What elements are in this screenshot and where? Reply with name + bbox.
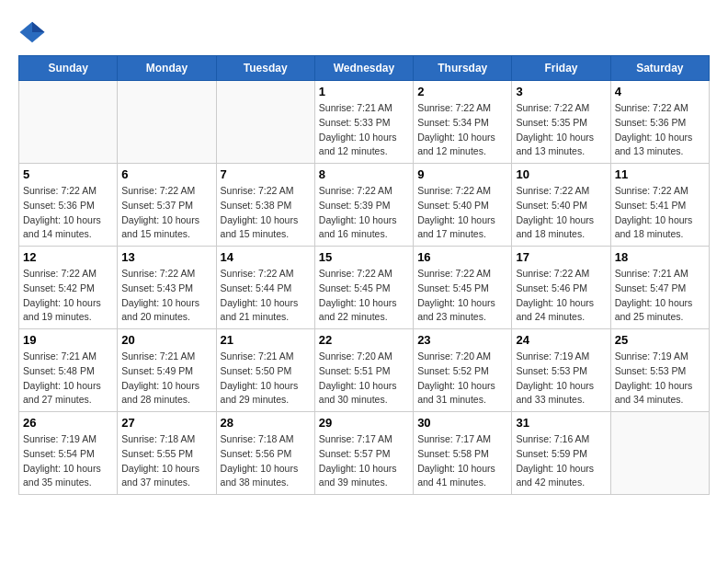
- calendar-cell: 19Sunrise: 7:21 AMSunset: 5:48 PMDayligh…: [19, 329, 118, 412]
- day-number: 29: [319, 416, 409, 430]
- calendar-week-5: 26Sunrise: 7:19 AMSunset: 5:54 PMDayligh…: [19, 412, 710, 495]
- svg-marker-1: [32, 22, 45, 32]
- day-number: 11: [615, 167, 705, 181]
- day-number: 26: [23, 416, 113, 430]
- calendar-cell: 8Sunrise: 7:22 AMSunset: 5:39 PMDaylight…: [314, 164, 413, 247]
- day-number: 12: [23, 250, 113, 264]
- day-info: Sunrise: 7:18 AMSunset: 5:55 PMDaylight:…: [121, 432, 211, 490]
- day-number: 19: [23, 333, 113, 347]
- calendar-cell: [610, 412, 709, 495]
- day-info: Sunrise: 7:22 AMSunset: 5:42 PMDaylight:…: [23, 267, 113, 325]
- calendar-cell: 6Sunrise: 7:22 AMSunset: 5:37 PMDaylight…: [118, 164, 216, 247]
- calendar-cell: 18Sunrise: 7:21 AMSunset: 5:47 PMDayligh…: [610, 247, 709, 329]
- calendar-week-3: 12Sunrise: 7:22 AMSunset: 5:42 PMDayligh…: [19, 247, 710, 329]
- calendar-cell: 17Sunrise: 7:22 AMSunset: 5:46 PMDayligh…: [512, 247, 610, 329]
- calendar-cell: 20Sunrise: 7:21 AMSunset: 5:49 PMDayligh…: [118, 329, 216, 412]
- day-number: 23: [417, 333, 507, 347]
- logo: [18, 18, 50, 46]
- day-info: Sunrise: 7:22 AMSunset: 5:36 PMDaylight:…: [615, 101, 705, 159]
- day-number: 14: [221, 250, 311, 264]
- calendar-cell: 16Sunrise: 7:22 AMSunset: 5:45 PMDayligh…: [414, 247, 512, 329]
- calendar-cell: 24Sunrise: 7:19 AMSunset: 5:53 PMDayligh…: [512, 329, 610, 412]
- day-number: 17: [516, 250, 606, 264]
- calendar-cell: 9Sunrise: 7:22 AMSunset: 5:40 PMDaylight…: [414, 164, 512, 247]
- day-info: Sunrise: 7:20 AMSunset: 5:52 PMDaylight:…: [417, 350, 507, 408]
- day-number: 2: [417, 85, 507, 98]
- day-info: Sunrise: 7:22 AMSunset: 5:43 PMDaylight:…: [121, 267, 211, 325]
- calendar-cell: 3Sunrise: 7:22 AMSunset: 5:35 PMDaylight…: [512, 81, 610, 164]
- calendar-week-2: 5Sunrise: 7:22 AMSunset: 5:36 PMDaylight…: [19, 164, 710, 247]
- weekday-header-sunday: Sunday: [19, 56, 118, 81]
- day-info: Sunrise: 7:22 AMSunset: 5:39 PMDaylight:…: [319, 184, 409, 242]
- calendar-table: SundayMondayTuesdayWednesdayThursdayFrid…: [18, 55, 710, 495]
- calendar-cell: 2Sunrise: 7:22 AMSunset: 5:34 PMDaylight…: [414, 81, 512, 164]
- day-info: Sunrise: 7:16 AMSunset: 5:59 PMDaylight:…: [516, 432, 606, 490]
- calendar-cell: 27Sunrise: 7:18 AMSunset: 5:55 PMDayligh…: [118, 412, 216, 495]
- day-info: Sunrise: 7:21 AMSunset: 5:33 PMDaylight:…: [319, 101, 409, 159]
- day-number: 6: [121, 167, 211, 181]
- calendar-cell: 15Sunrise: 7:22 AMSunset: 5:45 PMDayligh…: [314, 247, 413, 329]
- page-header: [18, 18, 710, 46]
- day-number: 13: [121, 250, 211, 264]
- calendar-cell: 14Sunrise: 7:22 AMSunset: 5:44 PMDayligh…: [216, 247, 314, 329]
- day-info: Sunrise: 7:21 AMSunset: 5:47 PMDaylight:…: [615, 267, 705, 325]
- calendar-cell: 5Sunrise: 7:22 AMSunset: 5:36 PMDaylight…: [19, 164, 118, 247]
- day-number: 31: [516, 416, 606, 430]
- calendar-cell: 26Sunrise: 7:19 AMSunset: 5:54 PMDayligh…: [19, 412, 118, 495]
- calendar-header-row: SundayMondayTuesdayWednesdayThursdayFrid…: [19, 56, 710, 81]
- day-info: Sunrise: 7:19 AMSunset: 5:53 PMDaylight:…: [516, 350, 606, 408]
- day-info: Sunrise: 7:20 AMSunset: 5:51 PMDaylight:…: [319, 350, 409, 408]
- day-number: 8: [319, 167, 409, 181]
- calendar-cell: 12Sunrise: 7:22 AMSunset: 5:42 PMDayligh…: [19, 247, 118, 329]
- day-number: 1: [319, 85, 409, 98]
- day-number: 18: [615, 250, 705, 264]
- day-info: Sunrise: 7:22 AMSunset: 5:46 PMDaylight:…: [516, 267, 606, 325]
- weekday-header-wednesday: Wednesday: [314, 56, 413, 81]
- day-number: 25: [615, 333, 705, 347]
- day-number: 24: [516, 333, 606, 347]
- day-info: Sunrise: 7:21 AMSunset: 5:48 PMDaylight:…: [23, 350, 113, 408]
- calendar-cell: 21Sunrise: 7:21 AMSunset: 5:50 PMDayligh…: [216, 329, 314, 412]
- weekday-header-friday: Friday: [512, 56, 610, 81]
- weekday-header-thursday: Thursday: [414, 56, 512, 81]
- day-number: 3: [516, 85, 606, 98]
- calendar-cell: [118, 81, 216, 164]
- day-number: 28: [221, 416, 311, 430]
- day-info: Sunrise: 7:17 AMSunset: 5:58 PMDaylight:…: [417, 432, 507, 490]
- calendar-cell: 31Sunrise: 7:16 AMSunset: 5:59 PMDayligh…: [512, 412, 610, 495]
- calendar-cell: 4Sunrise: 7:22 AMSunset: 5:36 PMDaylight…: [610, 81, 709, 164]
- day-info: Sunrise: 7:21 AMSunset: 5:49 PMDaylight:…: [121, 350, 211, 408]
- day-number: 5: [23, 167, 113, 181]
- day-number: 4: [615, 85, 705, 98]
- weekday-header-tuesday: Tuesday: [216, 56, 314, 81]
- day-number: 27: [121, 416, 211, 430]
- day-number: 9: [417, 167, 507, 181]
- day-info: Sunrise: 7:22 AMSunset: 5:36 PMDaylight:…: [23, 184, 113, 242]
- calendar-week-1: 1Sunrise: 7:21 AMSunset: 5:33 PMDaylight…: [19, 81, 710, 164]
- day-number: 7: [221, 167, 311, 181]
- day-info: Sunrise: 7:22 AMSunset: 5:40 PMDaylight:…: [417, 184, 507, 242]
- day-number: 21: [221, 333, 311, 347]
- calendar-cell: [19, 81, 118, 164]
- weekday-header-saturday: Saturday: [610, 56, 709, 81]
- day-info: Sunrise: 7:22 AMSunset: 5:34 PMDaylight:…: [417, 101, 507, 159]
- day-number: 15: [319, 250, 409, 264]
- logo-icon: [18, 18, 46, 46]
- day-info: Sunrise: 7:17 AMSunset: 5:57 PMDaylight:…: [319, 432, 409, 490]
- calendar-cell: [216, 81, 314, 164]
- day-number: 30: [417, 416, 507, 430]
- calendar-cell: 1Sunrise: 7:21 AMSunset: 5:33 PMDaylight…: [314, 81, 413, 164]
- day-number: 22: [319, 333, 409, 347]
- day-number: 16: [417, 250, 507, 264]
- calendar-cell: 28Sunrise: 7:18 AMSunset: 5:56 PMDayligh…: [216, 412, 314, 495]
- day-info: Sunrise: 7:22 AMSunset: 5:45 PMDaylight:…: [319, 267, 409, 325]
- calendar-cell: 30Sunrise: 7:17 AMSunset: 5:58 PMDayligh…: [414, 412, 512, 495]
- day-info: Sunrise: 7:21 AMSunset: 5:50 PMDaylight:…: [221, 350, 311, 408]
- day-info: Sunrise: 7:19 AMSunset: 5:53 PMDaylight:…: [615, 350, 705, 408]
- day-info: Sunrise: 7:22 AMSunset: 5:37 PMDaylight:…: [121, 184, 211, 242]
- calendar-cell: 25Sunrise: 7:19 AMSunset: 5:53 PMDayligh…: [610, 329, 709, 412]
- calendar-cell: 13Sunrise: 7:22 AMSunset: 5:43 PMDayligh…: [118, 247, 216, 329]
- day-info: Sunrise: 7:22 AMSunset: 5:45 PMDaylight:…: [417, 267, 507, 325]
- day-number: 20: [121, 333, 211, 347]
- day-info: Sunrise: 7:22 AMSunset: 5:40 PMDaylight:…: [516, 184, 606, 242]
